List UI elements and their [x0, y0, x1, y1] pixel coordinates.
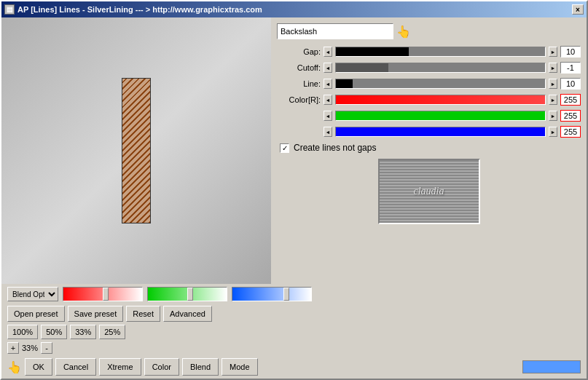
preview-image-area: claudia	[378, 159, 480, 224]
blend-dropdown[interactable]: Blend OptiNormalMultiply	[7, 287, 58, 301]
dropdown-row: BackslashForward SlashHorizontalVertical…	[277, 23, 581, 39]
line-slider-row: Line: ◄ ► 10	[277, 77, 581, 90]
green-blend-slider[interactable]	[147, 287, 227, 301]
pattern-dropdown[interactable]: BackslashForward SlashHorizontalVertical	[277, 23, 393, 39]
gap-slider-row: Gap: ◄ ► 10	[277, 45, 581, 58]
blue-blend-handle[interactable]	[283, 288, 289, 301]
title-bar: ▤ AP [Lines] Lines - SilverLining --- > …	[1, 1, 587, 17]
color-r-label: Color[R]:	[277, 95, 321, 104]
window-content: BackslashForward SlashHorizontalVertical…	[1, 17, 587, 284]
gap-left-arrow[interactable]: ◄	[324, 47, 332, 57]
line-slider-track[interactable]	[335, 79, 546, 89]
red-blend-handle[interactable]	[103, 288, 109, 301]
blend-button[interactable]: Blend	[182, 358, 219, 376]
left-preview-panel	[1, 17, 271, 284]
color-g-value[interactable]: 255	[560, 110, 581, 122]
cutoff-value[interactable]: -1	[560, 62, 581, 74]
zoom-minus-button[interactable]: -	[41, 342, 52, 354]
mode-button[interactable]: Mode	[222, 358, 258, 376]
color-g-right-arrow[interactable]: ►	[549, 111, 557, 121]
cutoff-slider-fill	[336, 63, 388, 72]
action-buttons-row: 👆 OK Cancel Xtreme Color Blend Mode	[7, 358, 581, 376]
blend-row: Blend OptiNormalMultiply	[7, 287, 581, 301]
color-r-slider-track[interactable]	[335, 95, 546, 105]
cutoff-label: Cutoff:	[277, 63, 321, 72]
gap-right-arrow[interactable]: ►	[549, 47, 557, 57]
color-b-right-arrow[interactable]: ►	[549, 127, 557, 137]
line-slider-fill	[336, 79, 353, 88]
checkbox-row: ✓ Create lines not gaps	[277, 143, 581, 153]
color-g-slider-fill	[336, 111, 545, 120]
red-blend-slider[interactable]	[63, 287, 143, 301]
color-g-slider-row: ◄ ► 255	[277, 109, 581, 122]
cutoff-right-arrow[interactable]: ►	[549, 63, 557, 73]
color-r-right-arrow[interactable]: ►	[549, 95, 557, 105]
ok-hand-icon: 👆	[7, 360, 22, 374]
zoom-100-button[interactable]: 100%	[7, 325, 38, 339]
close-button[interactable]: ×	[572, 4, 584, 15]
cutoff-slider-row: Cutoff: ◄ ► -1	[277, 61, 581, 74]
color-r-slider-row: Color[R]: ◄ ► 255	[277, 93, 581, 106]
zoom-33-button[interactable]: 33%	[70, 325, 96, 339]
line-label: Line:	[277, 79, 321, 88]
gap-value[interactable]: 10	[560, 46, 581, 58]
cutoff-left-arrow[interactable]: ◄	[324, 63, 332, 73]
save-preset-button[interactable]: Save preset	[68, 306, 124, 322]
advanced-button[interactable]: Advanced	[163, 306, 212, 322]
color-b-slider-track[interactable]	[335, 127, 546, 137]
hand-pointer-icon: 👆	[396, 25, 411, 39]
line-value[interactable]: 10	[560, 78, 581, 90]
app-icon: ▤	[4, 4, 15, 15]
color-b-left-arrow[interactable]: ◄	[324, 127, 332, 137]
color-r-left-arrow[interactable]: ◄	[324, 95, 332, 105]
line-left-arrow[interactable]: ◄	[324, 79, 332, 89]
zoom-25-button[interactable]: 25%	[99, 325, 125, 339]
color-b-value[interactable]: 255	[560, 126, 581, 138]
main-window: ▤ AP [Lines] Lines - SilverLining --- > …	[0, 0, 588, 380]
open-preset-button[interactable]: Open preset	[7, 306, 65, 322]
preview-image-content: claudia	[380, 160, 479, 223]
reset-button[interactable]: Reset	[126, 306, 160, 322]
cancel-button[interactable]: Cancel	[55, 358, 96, 376]
blue-blend-slider[interactable]	[232, 287, 312, 301]
window-title: AP [Lines] Lines - SilverLining --- > ht…	[17, 5, 262, 14]
zoom-control-row: + 33% -	[7, 342, 581, 354]
zoom-value-display: 33%	[22, 344, 38, 352]
preset-buttons-row: Open preset Save preset Reset Advanced	[7, 306, 581, 322]
zoom-buttons-row: 100% 50% 33% 25%	[7, 325, 581, 339]
create-lines-checkbox[interactable]: ✓	[280, 143, 289, 153]
xtreme-button[interactable]: Xtreme	[99, 358, 141, 376]
right-panel: BackslashForward SlashHorizontalVertical…	[271, 17, 587, 284]
color-g-left-arrow[interactable]: ◄	[324, 111, 332, 121]
zoom-50-button[interactable]: 50%	[41, 325, 67, 339]
bottom-section: Blend OptiNormalMultiply Open preset Sav…	[1, 284, 587, 379]
color-g-slider-track[interactable]	[335, 111, 546, 121]
color-b-slider-row: ◄ ► 255	[277, 125, 581, 138]
ok-button[interactable]: OK	[25, 358, 52, 376]
color-r-value[interactable]: 255	[560, 94, 581, 106]
color-swatch[interactable]	[522, 360, 581, 373]
gap-label: Gap:	[277, 47, 321, 56]
preview-shape	[122, 78, 151, 223]
line-right-arrow[interactable]: ►	[549, 79, 557, 89]
zoom-plus-button[interactable]: +	[7, 342, 19, 354]
pattern-dropdown-wrapper: BackslashForward SlashHorizontalVertical	[277, 23, 393, 39]
color-r-slider-fill	[336, 95, 545, 104]
gap-slider-fill	[336, 47, 409, 56]
create-lines-label: Create lines not gaps	[294, 143, 376, 153]
green-blend-handle[interactable]	[187, 288, 193, 301]
color-b-slider-fill	[336, 127, 545, 136]
preview-text: claudia	[414, 186, 444, 197]
title-bar-title: ▤ AP [Lines] Lines - SilverLining --- > …	[4, 4, 262, 15]
gap-slider-track[interactable]	[335, 47, 546, 57]
cutoff-slider-track[interactable]	[335, 63, 546, 73]
color-button[interactable]: Color	[144, 358, 179, 376]
